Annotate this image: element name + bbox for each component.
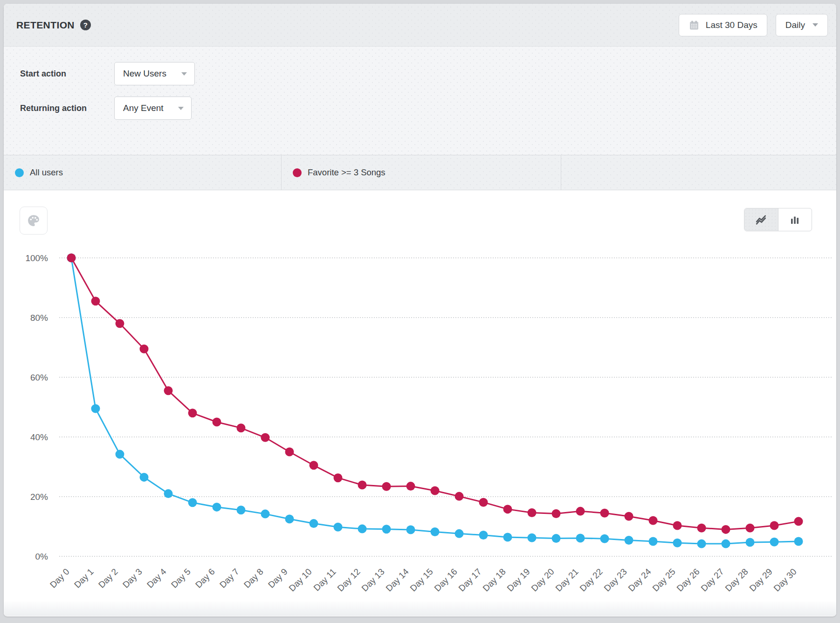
data-point[interactable] [552,534,561,543]
caret-down-icon [812,23,818,27]
x-axis-tick: Day 3 [121,567,144,590]
data-point[interactable] [358,525,367,533]
data-point[interactable] [431,527,440,536]
retention-panel: RETENTION ? Last 30 [4,4,836,616]
x-axis-tick: Day 4 [145,567,168,590]
data-point[interactable] [649,537,658,546]
data-point[interactable] [310,461,318,470]
returning-action-dropdown[interactable]: Any Event [114,97,192,120]
x-axis-tick: Day 21 [553,567,580,593]
granularity-label: Daily [785,20,805,30]
y-axis-tick: 100% [25,253,48,263]
data-point[interactable] [649,516,658,525]
data-point[interactable] [91,297,100,305]
data-point[interactable] [164,386,173,395]
data-point[interactable] [576,533,585,542]
data-point[interactable] [552,509,561,518]
start-action-dropdown[interactable]: New Users [114,62,195,85]
data-point[interactable] [455,529,464,538]
data-point[interactable] [503,533,512,542]
data-point[interactable] [237,505,246,514]
data-point[interactable] [261,510,270,519]
x-axis-tick: Day 1 [72,567,96,590]
page-title: RETENTION [16,20,75,31]
data-point[interactable] [382,525,391,533]
data-point[interactable] [770,521,779,530]
card-footer [4,600,836,616]
data-point[interactable] [528,533,537,542]
data-point[interactable] [722,540,730,548]
x-axis-tick: Day 18 [481,567,507,593]
panel-header: RETENTION ? Last 30 [4,4,836,47]
data-point[interactable] [794,537,803,546]
data-point[interactable] [188,408,197,417]
color-palette-button[interactable] [20,207,48,235]
data-point[interactable] [746,538,755,547]
data-point[interactable] [455,492,464,501]
caret-down-icon [178,107,184,110]
y-axis-tick: 40% [30,432,48,442]
x-axis-tick: Day 25 [650,567,677,593]
line-chart-toggle[interactable] [744,208,778,231]
data-point[interactable] [479,531,488,540]
data-point[interactable] [237,423,246,432]
data-point[interactable] [503,505,512,513]
data-point[interactable] [479,498,488,507]
data-point[interactable] [334,473,343,482]
data-point[interactable] [334,523,343,532]
bar-chart-toggle[interactable] [778,208,812,231]
data-point[interactable] [164,489,173,498]
data-point[interactable] [116,450,124,459]
data-point[interactable] [600,509,609,518]
data-point[interactable] [722,525,730,534]
data-point[interactable] [625,512,633,521]
retention-line-chart[interactable]: 100%80%60%40%20%0%Day 0Day 1Day 2Day 3Da… [4,190,836,616]
x-axis-tick: Day 12 [335,567,362,593]
data-point[interactable] [382,482,391,491]
data-point[interactable] [285,515,294,524]
data-point[interactable] [67,254,76,263]
data-point[interactable] [431,486,440,495]
data-point[interactable] [213,418,221,427]
data-point[interactable] [261,433,270,442]
legend-tab-favorite-songs[interactable]: Favorite >= 3 Songs [282,155,561,190]
data-point[interactable] [188,498,197,507]
data-point[interactable] [746,524,755,533]
x-axis-tick: Day 24 [626,567,653,594]
data-point[interactable] [310,519,318,528]
data-point[interactable] [406,482,415,491]
x-axis-tick: Day 23 [602,567,628,593]
data-point[interactable] [140,345,149,353]
x-axis-tick: Day 9 [266,567,289,590]
data-point[interactable] [794,517,803,526]
data-point[interactable] [673,521,682,530]
x-axis-tick: Day 17 [456,567,483,593]
data-point[interactable] [213,503,221,512]
data-point[interactable] [600,534,609,543]
data-point[interactable] [673,539,682,547]
x-axis-tick: Day 30 [771,567,798,593]
help-icon[interactable]: ? [80,20,91,30]
start-action-label: Start action [20,69,114,79]
data-point[interactable] [140,473,149,482]
data-point[interactable] [116,319,124,328]
data-point[interactable] [528,508,537,517]
data-point[interactable] [358,481,367,490]
returning-action-label: Returning action [20,104,114,113]
date-range-button[interactable]: Last 30 Days [679,14,767,36]
data-point[interactable] [285,448,294,457]
data-point[interactable] [576,507,585,516]
x-axis-tick: Day 19 [505,567,531,593]
legend-tab-all-users[interactable]: All users [4,155,282,190]
data-point[interactable] [770,538,779,547]
legend-label: Favorite >= 3 Songs [308,167,386,178]
data-point[interactable] [697,540,706,548]
granularity-dropdown[interactable]: Daily [776,14,828,36]
data-point[interactable] [91,404,100,413]
x-axis-tick: Day 2 [96,567,120,590]
data-point[interactable] [406,526,415,534]
legend-tab-empty[interactable] [561,155,836,190]
data-point[interactable] [697,524,706,533]
data-point[interactable] [625,536,633,545]
x-axis-tick: Day 20 [529,567,556,593]
